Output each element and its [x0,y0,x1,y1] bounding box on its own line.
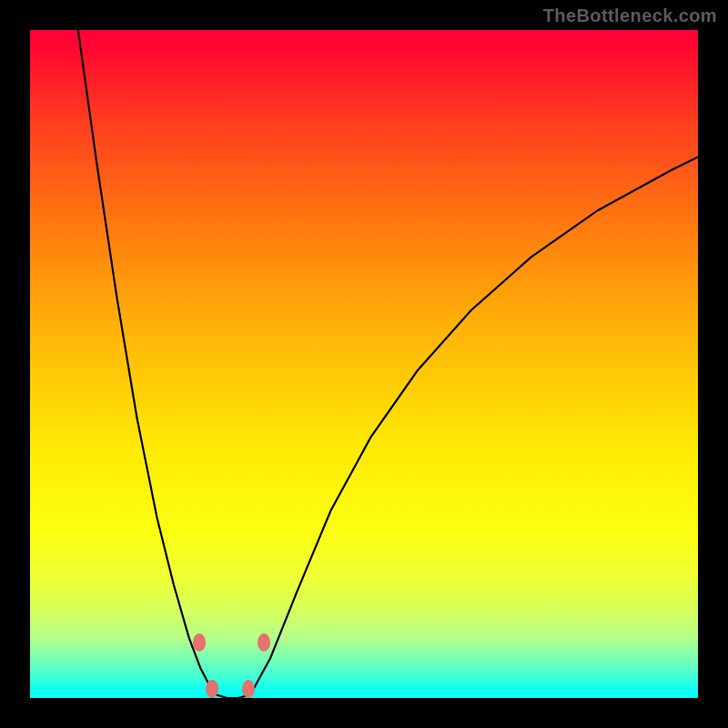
curve-marker-1 [206,680,218,698]
curve-marker-3 [258,633,270,652]
markers-layer [30,30,698,698]
curve-marker-0 [193,633,206,652]
plot-area [30,30,698,698]
watermark-text: TheBottleneck.com [543,5,717,26]
chart-frame: TheBottleneck.com [0,0,728,728]
curve-marker-2 [242,680,255,698]
